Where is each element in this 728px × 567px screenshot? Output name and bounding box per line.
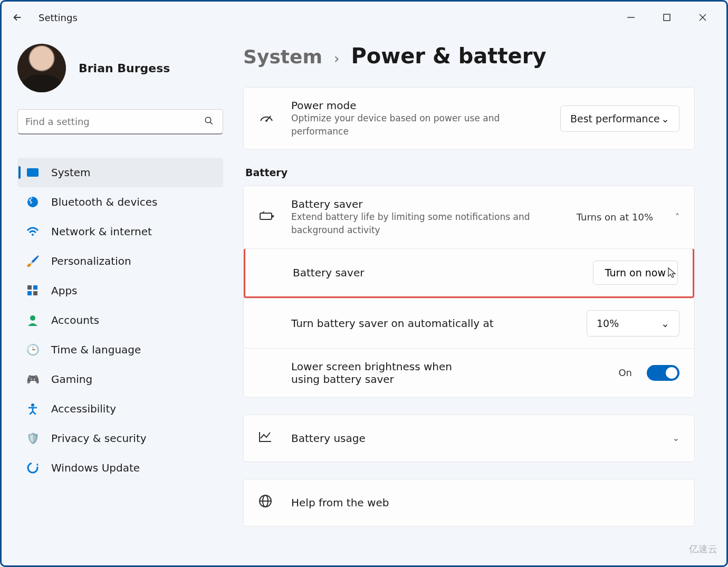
battery-saver-label: Battery saver <box>293 266 578 279</box>
back-button[interactable] <box>7 7 28 28</box>
chevron-up-icon: ˄ <box>675 212 679 222</box>
breadcrumb-parent[interactable]: System <box>243 46 322 68</box>
lower-brightness-toggle[interactable] <box>647 365 679 381</box>
sidebar-item-label: Accounts <box>51 314 99 326</box>
auto-on-row: Turn battery saver on automatically at 1… <box>244 298 694 348</box>
sidebar-item-label: Bluetooth & devices <box>51 196 158 208</box>
battery-saver-status: Turns on at 10% <box>577 212 653 223</box>
svg-rect-12 <box>33 291 37 295</box>
app-title: Settings <box>39 12 78 23</box>
page-title: Power & battery <box>351 44 546 68</box>
web-help-icon <box>258 494 276 511</box>
battery-usage-row[interactable]: Battery usage ⌄ <box>244 415 694 462</box>
help-row[interactable]: Help from the web <box>244 479 694 526</box>
battery-saver-title: Battery saver <box>291 198 562 210</box>
svg-rect-19 <box>272 215 274 217</box>
svg-point-17 <box>265 120 267 122</box>
svg-rect-6 <box>27 168 39 177</box>
power-mode-select[interactable]: Best performance ⌄ <box>560 105 679 132</box>
chart-icon <box>258 431 276 446</box>
lower-brightness-row: Lower screen brightness when using batte… <box>244 348 694 397</box>
wifi-icon <box>26 226 40 237</box>
power-mode-value: Best performance <box>570 113 660 124</box>
svg-rect-10 <box>33 285 37 290</box>
accessibility-icon <box>26 403 40 415</box>
sidebar-item-time[interactable]: 🕒 Time & language <box>17 335 223 364</box>
sidebar-item-bluetooth[interactable]: Bluetooth & devices <box>17 187 223 217</box>
battery-saver-action-row: Battery saver Turn on now <box>244 248 694 298</box>
sidebar-item-label: Accessibility <box>51 402 116 415</box>
sidebar-item-update[interactable]: Windows Update <box>17 453 223 483</box>
globe-icon: 🕒 <box>26 343 40 356</box>
auto-on-select[interactable]: 10% ⌄ <box>587 310 679 337</box>
sidebar-item-gaming[interactable]: 🎮 Gaming <box>17 364 223 394</box>
gaming-icon: 🎮 <box>26 373 40 386</box>
sidebar-item-personalization[interactable]: 🖌️ Personalization <box>17 246 223 276</box>
sidebar-item-label: Gaming <box>51 373 92 386</box>
power-mode-title: Power mode <box>291 99 545 112</box>
svg-point-15 <box>28 463 37 473</box>
chevron-down-icon: ⌄ <box>661 318 669 329</box>
battery-saver-desc: Extend battery life by limiting some not… <box>291 210 534 236</box>
toggle-state: On <box>618 367 632 378</box>
minimize-button[interactable] <box>623 9 639 25</box>
search-icon <box>204 116 214 128</box>
sidebar-item-label: Windows Update <box>51 462 140 474</box>
sidebar-item-accounts[interactable]: Accounts <box>17 305 223 335</box>
paintbrush-icon: 🖌️ <box>26 255 40 267</box>
svg-point-7 <box>27 197 38 207</box>
power-mode-desc: Optimize your device based on power use … <box>291 112 534 138</box>
sidebar-item-label: Privacy & security <box>51 432 147 445</box>
sidebar-item-privacy[interactable]: 🛡️ Privacy & security <box>17 424 223 453</box>
svg-point-14 <box>31 403 34 407</box>
battery-heading: Battery <box>245 167 695 178</box>
apps-icon <box>26 285 40 296</box>
svg-rect-9 <box>27 285 32 290</box>
sidebar-item-accessibility[interactable]: Accessibility <box>17 394 223 424</box>
sidebar-item-system[interactable]: System <box>17 158 223 187</box>
svg-point-4 <box>205 117 211 123</box>
gauge-icon <box>258 111 276 126</box>
close-button[interactable] <box>695 9 711 25</box>
chevron-right-icon: › <box>334 51 339 66</box>
maximize-button[interactable] <box>659 9 675 25</box>
help-label: Help from the web <box>291 496 679 509</box>
search-input[interactable] <box>17 109 223 134</box>
bluetooth-icon <box>26 196 40 208</box>
sidebar-item-label: Time & language <box>51 343 141 356</box>
account-icon <box>26 314 40 326</box>
svg-rect-1 <box>664 14 670 21</box>
svg-point-8 <box>32 234 34 236</box>
shield-icon: 🛡️ <box>26 432 40 445</box>
auto-on-label: Turn battery saver on automatically at <box>291 317 572 330</box>
sidebar-item-label: System <box>51 166 91 179</box>
sidebar-item-label: Network & internet <box>51 225 152 238</box>
sidebar-item-label: Personalization <box>51 255 131 267</box>
battery-saver-header[interactable]: Battery saver Extend battery life by lim… <box>244 186 694 248</box>
svg-rect-18 <box>260 213 272 219</box>
breadcrumb: System › Power & battery <box>243 44 695 68</box>
battery-saver-icon <box>258 210 276 225</box>
svg-rect-11 <box>27 291 32 295</box>
lower-brightness-label: Lower screen brightness when using batte… <box>291 360 481 386</box>
chevron-down-icon: ⌄ <box>661 113 669 124</box>
system-icon <box>26 168 40 177</box>
chevron-down-icon: ⌄ <box>673 433 679 443</box>
svg-line-5 <box>210 122 213 124</box>
sidebar-item-network[interactable]: Network & internet <box>17 217 223 246</box>
user-name: Brian Burgess <box>79 62 170 75</box>
watermark: 亿速云 <box>689 543 717 555</box>
sidebar-item-label: Apps <box>51 284 78 297</box>
svg-point-13 <box>30 315 35 321</box>
update-icon <box>26 462 40 474</box>
turn-on-now-button[interactable]: Turn on now <box>593 261 678 285</box>
battery-usage-label: Battery usage <box>291 432 650 445</box>
sidebar-item-apps[interactable]: Apps <box>17 276 223 305</box>
power-mode-row[interactable]: Power mode Optimize your device based on… <box>244 88 694 149</box>
avatar[interactable] <box>17 44 66 92</box>
auto-on-value: 10% <box>597 318 619 329</box>
